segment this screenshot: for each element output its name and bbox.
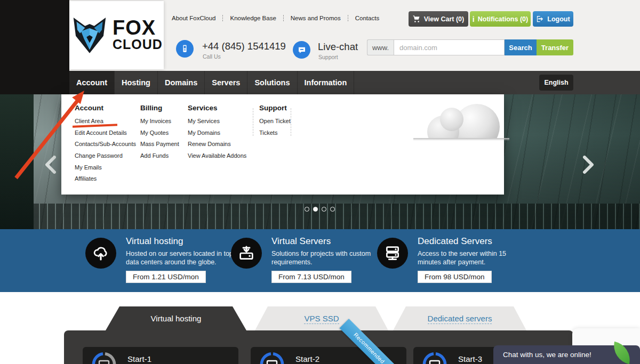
dropdown-item-renew-domains[interactable]: Renew Domains xyxy=(188,141,246,147)
logo-word-fox: FOX xyxy=(113,19,163,37)
nav-item-servers[interactable]: Servers xyxy=(205,71,247,94)
cloud-upload-icon xyxy=(85,238,116,269)
logout-button[interactable]: Logout xyxy=(533,11,573,27)
top-link-news[interactable]: News and Promos xyxy=(284,15,348,21)
nav-items: Account Hosting Domains Servers Solution… xyxy=(69,71,354,94)
logout-label: Logout xyxy=(547,15,570,23)
view-cart-button[interactable]: View Cart (0) xyxy=(409,11,468,27)
dropdown-title: Billing xyxy=(140,104,179,111)
tab-virtual-hosting[interactable]: Virtual hosting xyxy=(106,306,246,330)
top-link-contacts[interactable]: Contacts xyxy=(348,15,386,21)
livechat-caption: Support xyxy=(318,54,338,60)
feature-price-badge[interactable]: From 1.21 USD/mon xyxy=(126,271,206,283)
feature-description: Hosted on our servers located in top dat… xyxy=(126,250,239,266)
tab-dedicated-servers[interactable]: Dedicated servers xyxy=(393,306,526,330)
feature-title: Dedicated Servers xyxy=(418,236,538,247)
domain-input[interactable] xyxy=(394,39,505,55)
tab-label: Virtual hosting xyxy=(151,314,202,323)
chat-message: Chat with us, we are online! xyxy=(503,351,591,359)
chat-bubble-icon xyxy=(293,41,310,59)
phone-icon xyxy=(176,40,194,58)
dropdown-title: Support xyxy=(259,104,291,111)
notifications-button[interactable]: i Notifications (0) xyxy=(470,11,531,27)
domain-prefix: www. xyxy=(367,39,394,55)
header-left-dark-panel xyxy=(0,0,69,94)
logout-icon xyxy=(536,15,544,23)
tab-label: VPS SSD xyxy=(304,314,339,324)
account-dropdown: Account Client Area Edit Account Details… xyxy=(61,94,504,195)
dropdown-item-my-domains[interactable]: My Domains xyxy=(188,130,246,136)
feature-title: Virtual hosting xyxy=(126,236,246,247)
dropdown-item-tickets[interactable]: Tickets xyxy=(259,130,291,136)
dropdown-column-billing: Billing My Invoices My Quotes Mass Payme… xyxy=(140,104,179,164)
gauge-icon xyxy=(420,350,449,364)
feature-virtual-hosting: Virtual hosting Hosted on our servers lo… xyxy=(85,236,246,283)
carousel-dot-4[interactable] xyxy=(330,207,335,212)
carousel-dot-2[interactable] xyxy=(313,207,318,212)
logo-word-cloud: CLOUD xyxy=(113,37,163,52)
carousel-dot-3[interactable] xyxy=(322,207,326,212)
dropdown-title: Services xyxy=(188,104,246,111)
cloud-ledge-shadow xyxy=(413,138,509,141)
dropdown-separator xyxy=(253,108,253,136)
dropdown-item-edit-account[interactable]: Edit Account Details xyxy=(75,130,136,136)
feature-dedicated-servers: Dedicated Servers Access to the server w… xyxy=(377,236,538,283)
main-navbar: Account Hosting Domains Servers Solution… xyxy=(0,71,640,94)
dropdown-item-mass-payment[interactable]: Mass Payment xyxy=(140,141,179,147)
nav-item-account[interactable]: Account xyxy=(69,71,115,94)
dropdown-item-contacts-subaccounts[interactable]: Contacts/Sub-Accounts xyxy=(75,141,136,147)
dropdown-item-view-addons[interactable]: View Available Addons xyxy=(188,152,246,159)
domain-transfer-button[interactable]: Transfer xyxy=(537,39,573,55)
dropdown-item-my-invoices[interactable]: My Invoices xyxy=(140,118,179,124)
top-link-about[interactable]: About FoxCloud xyxy=(172,15,223,21)
foxcloud-homepage: About FoxCloud Knowledge Base News and P… xyxy=(0,0,640,364)
dropdown-column-services: Services My Services My Domains Renew Do… xyxy=(188,104,246,164)
language-button[interactable]: English xyxy=(539,75,573,91)
nav-item-domains[interactable]: Domains xyxy=(158,71,205,94)
feature-price-badge[interactable]: From 7.13 USD/mon xyxy=(271,271,351,283)
dropdown-item-my-emails[interactable]: My Emails xyxy=(75,164,136,171)
dropdown-item-client-area[interactable]: Client Area xyxy=(75,118,136,124)
carousel-next-icon[interactable] xyxy=(583,156,595,174)
logo[interactable]: FOX CLOUD xyxy=(69,1,164,69)
view-cart-label: View Cart (0) xyxy=(424,15,465,23)
dropdown-item-open-ticket[interactable]: Open Ticket xyxy=(259,118,291,124)
domain-search-button[interactable]: Search xyxy=(505,39,537,55)
domain-search: www. Search Transfer xyxy=(367,39,573,55)
dropdown-item-affiliates[interactable]: Affiliates xyxy=(75,175,136,182)
plan-name: Start-1 xyxy=(127,354,151,363)
gauge-icon xyxy=(90,350,118,364)
livechat-title[interactable]: Live-chat xyxy=(318,41,358,53)
feature-virtual-servers: Virtual Servers Solutions for projects w… xyxy=(231,236,391,283)
plan-card-start-1[interactable]: Start-1 xyxy=(83,347,238,364)
tab-label: Dedicated servers xyxy=(428,314,492,324)
dedicated-server-icon xyxy=(377,238,408,269)
dropdown-separator xyxy=(291,108,291,136)
hero-left-band xyxy=(0,94,34,229)
cloud-graphic xyxy=(423,103,503,138)
dropdown-item-my-services[interactable]: My Services xyxy=(188,118,246,124)
nav-item-hosting[interactable]: Hosting xyxy=(115,71,158,94)
top-links: About FoxCloud Knowledge Base News and P… xyxy=(172,15,386,21)
feature-description: Access to the server within 15 minutes a… xyxy=(418,250,531,266)
dropdown-title: Account xyxy=(75,104,136,111)
feature-description: Solutions for projects with custom requi… xyxy=(271,250,385,266)
nav-item-solutions[interactable]: Solutions xyxy=(247,71,297,94)
tab-vps-ssd[interactable]: VPS SSD xyxy=(255,306,388,330)
top-link-knowledge-base[interactable]: Knowledge Base xyxy=(223,15,283,21)
dropdown-item-add-funds[interactable]: Add Funds xyxy=(140,152,179,159)
carousel-dots xyxy=(305,207,335,212)
feature-price-badge[interactable]: From 98 USD/mon xyxy=(418,271,492,283)
notifications-label: Notifications (0) xyxy=(478,15,528,23)
plan-name: Start-2 xyxy=(295,354,319,363)
plan-name: Start-3 xyxy=(458,354,482,363)
dropdown-column-account: Account Client Area Edit Account Details… xyxy=(75,104,136,187)
nav-item-information[interactable]: Information xyxy=(298,71,355,94)
carousel-dot-1[interactable] xyxy=(305,207,309,212)
logo-text: FOX CLOUD xyxy=(113,19,163,52)
info-icon: i xyxy=(473,15,475,23)
dropdown-column-support: Support Open Ticket Tickets xyxy=(259,104,291,141)
dropdown-item-change-password[interactable]: Change Password xyxy=(75,152,136,159)
carousel-prev-icon[interactable] xyxy=(44,156,56,174)
dropdown-item-my-quotes[interactable]: My Quotes xyxy=(140,130,179,136)
